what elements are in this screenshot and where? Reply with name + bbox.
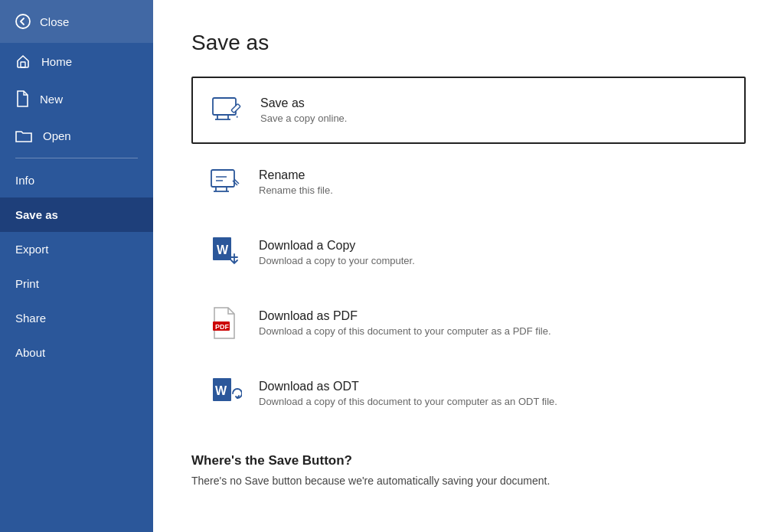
download-copy-text: Download a Copy Download a copy to your … bbox=[259, 239, 730, 266]
home-icon bbox=[15, 54, 31, 69]
sidebar-item-export[interactable]: Export bbox=[0, 232, 153, 266]
sidebar-nav-top: Home New Open bbox=[0, 43, 153, 153]
share-label: Share bbox=[15, 312, 46, 325]
sidebar: Close Home New bbox=[0, 0, 153, 532]
sidebar-item-about[interactable]: About bbox=[0, 335, 153, 370]
download-odt-text: Download as ODT Download a copy of this … bbox=[259, 380, 730, 407]
download-odt-desc: Download a copy of this document to your… bbox=[259, 396, 730, 407]
close-button[interactable]: Close bbox=[0, 0, 153, 43]
option-download-pdf[interactable]: PDF Download as PDF Download a copy of t… bbox=[191, 291, 746, 355]
save-as-label: Save as bbox=[15, 208, 58, 221]
sidebar-item-save-as[interactable]: Save as bbox=[0, 197, 153, 232]
download-pdf-title: Download as PDF bbox=[259, 309, 730, 323]
open-label: Open bbox=[43, 129, 71, 142]
download-copy-title: Download a Copy bbox=[259, 239, 730, 253]
download-pdf-desc: Download a copy of this document to your… bbox=[259, 325, 730, 337]
save-as-option-icon bbox=[208, 92, 245, 129]
svg-text:PDF: PDF bbox=[215, 323, 230, 331]
download-copy-icon: W bbox=[207, 234, 243, 271]
sidebar-item-share[interactable]: Share bbox=[0, 301, 153, 335]
sidebar-item-home[interactable]: Home bbox=[0, 43, 153, 80]
option-save-as[interactable]: Save as Save a copy online. bbox=[191, 77, 746, 144]
svg-text:W: W bbox=[217, 243, 229, 256]
main-content: Save as Save as Save a copy online. bbox=[153, 0, 784, 532]
rename-option-icon bbox=[207, 164, 243, 201]
download-pdf-text: Download as PDF Download a copy of this … bbox=[259, 309, 730, 337]
print-label: Print bbox=[15, 277, 39, 290]
page-title: Save as bbox=[191, 31, 746, 55]
info-section-title: Where's the Save Button? bbox=[191, 453, 746, 468]
svg-rect-6 bbox=[231, 104, 240, 113]
open-icon bbox=[15, 129, 32, 142]
sidebar-item-print[interactable]: Print bbox=[0, 266, 153, 301]
rename-option-desc: Rename this file. bbox=[259, 184, 730, 196]
svg-rect-1 bbox=[21, 62, 25, 67]
download-copy-desc: Download a copy to your computer. bbox=[259, 255, 730, 266]
new-label: New bbox=[40, 93, 63, 106]
info-section-desc: There's no Save button because we're aut… bbox=[191, 475, 746, 487]
download-pdf-icon: PDF bbox=[207, 305, 243, 341]
save-as-option-desc: Save a copy online. bbox=[260, 113, 729, 124]
svg-point-0 bbox=[16, 15, 30, 28]
sidebar-item-new[interactable]: New bbox=[0, 80, 153, 118]
info-section: Where's the Save Button? There's no Save… bbox=[191, 453, 746, 487]
home-label: Home bbox=[41, 55, 72, 68]
sidebar-divider bbox=[15, 158, 138, 158]
svg-text:W: W bbox=[215, 384, 227, 397]
download-odt-title: Download as ODT bbox=[259, 380, 730, 393]
sidebar-item-open[interactable]: Open bbox=[0, 118, 153, 153]
save-as-option-text: Save as Save a copy online. bbox=[260, 96, 729, 124]
save-as-option-title: Save as bbox=[260, 96, 729, 110]
rename-option-text: Rename Rename this file. bbox=[259, 168, 730, 196]
close-label: Close bbox=[40, 15, 69, 28]
about-label: About bbox=[15, 346, 45, 359]
option-download-odt[interactable]: W Download as ODT Download a copy of thi… bbox=[191, 361, 746, 426]
option-download-copy[interactable]: W Download a Copy Download a copy to you… bbox=[191, 220, 746, 285]
svg-rect-7 bbox=[211, 170, 234, 187]
option-rename[interactable]: Rename Rename this file. bbox=[191, 150, 746, 214]
back-arrow-icon bbox=[15, 14, 31, 29]
export-label: Export bbox=[15, 243, 48, 256]
info-label: Info bbox=[15, 174, 34, 187]
svg-rect-2 bbox=[213, 98, 236, 115]
download-odt-icon: W bbox=[207, 375, 243, 412]
rename-option-title: Rename bbox=[259, 168, 730, 182]
new-icon bbox=[15, 90, 29, 107]
sidebar-item-info[interactable]: Info bbox=[0, 163, 153, 197]
